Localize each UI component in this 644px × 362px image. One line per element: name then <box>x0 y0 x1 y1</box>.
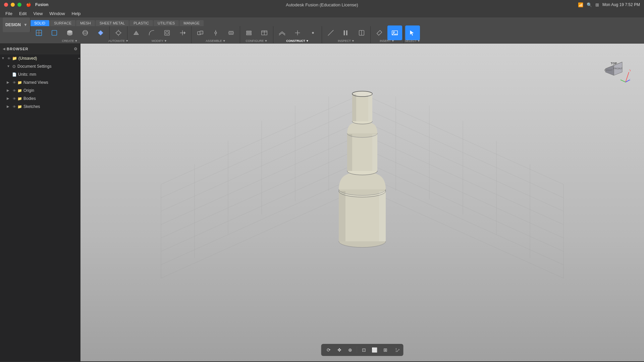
view-display-btn[interactable]: ⬜ <box>370 345 379 355</box>
construct-offset-plane-btn[interactable] <box>275 25 289 40</box>
tree-named-views[interactable]: ▶ 👁 📁 Named Views <box>0 78 80 86</box>
svg-rect-22 <box>247 31 252 32</box>
visibility-icon-bodies[interactable]: 👁 <box>13 97 16 101</box>
search-icon[interactable]: 🔍 <box>587 2 592 7</box>
fit-btn[interactable]: ⊡ <box>359 345 369 355</box>
menubar: File Edit View Window Help <box>0 9 644 17</box>
tree-doc-settings[interactable]: ▼ ⚙ Document Settings <box>0 62 80 70</box>
inspect-zebra-btn[interactable] <box>339 25 354 40</box>
inspect-measure-btn[interactable] <box>323 25 338 40</box>
svg-rect-79 <box>372 134 377 171</box>
svg-rect-80 <box>352 94 356 121</box>
clock: Mon Aug 19 7:52 PM <box>602 2 640 7</box>
section-inspect: INSPECT ▼ <box>322 26 371 43</box>
minimize-button[interactable] <box>11 3 15 7</box>
fullscreen-btn[interactable]: ⤢ <box>396 347 400 353</box>
tree-bodies[interactable]: ▶ 👁 📁 Bodies <box>0 95 80 103</box>
tree-units: 📄 Units: mm <box>0 70 80 78</box>
configure-table-btn[interactable] <box>257 25 272 40</box>
tree-unsaved[interactable]: ▼ 👁 📁 (Unsaved) + <box>0 54 80 62</box>
divider <box>357 347 357 353</box>
maximize-button[interactable] <box>17 3 21 7</box>
grid-display-btn[interactable]: ⊞ <box>381 345 390 355</box>
apple-menu[interactable]: 🍎 <box>26 2 31 7</box>
menu-view[interactable]: View <box>31 10 45 17</box>
section-select: SELECT ▼ <box>404 26 421 43</box>
folder-icon-origin: 📁 <box>17 88 22 93</box>
construct-point-btn[interactable] <box>306 25 320 40</box>
units-label: Units: mm <box>18 72 80 77</box>
folder-icon-bodies: 📁 <box>17 97 22 101</box>
close-button[interactable] <box>4 3 8 7</box>
svg-text:Y: Y <box>629 69 631 72</box>
viewcube[interactable]: Y X TOP FRONT RIGHT <box>604 57 631 84</box>
automate-btn[interactable] <box>111 25 126 40</box>
modify-label: MODIFY ▼ <box>127 39 191 43</box>
window-title: Autodesk Fusion (Education License) <box>286 2 358 7</box>
design-toggle[interactable]: DESIGN ▼ <box>3 17 31 32</box>
menu-edit[interactable]: Edit <box>16 10 29 17</box>
svg-text:TOP: TOP <box>611 62 617 65</box>
svg-rect-67 <box>339 191 386 241</box>
app-name[interactable]: Fusion <box>35 2 48 7</box>
design-label: DESIGN <box>5 22 21 27</box>
assemble-new-component-btn[interactable] <box>193 25 208 40</box>
create-more-btn[interactable] <box>93 25 108 40</box>
visibility-icon-origin[interactable]: 👁 <box>13 89 16 93</box>
select-btn[interactable] <box>405 25 420 40</box>
modify-fillet-btn[interactable] <box>144 25 159 40</box>
modify-scale-btn[interactable] <box>175 25 190 40</box>
menu-help[interactable]: Help <box>69 10 84 17</box>
insert-image-btn[interactable] <box>387 25 402 40</box>
section-construct: CONSTRUCT ▼ <box>273 26 322 43</box>
control-center-icon[interactable]: ⊞ <box>595 2 599 7</box>
svg-rect-3 <box>52 30 57 35</box>
zoom-btn[interactable]: ⊕ <box>345 345 355 355</box>
folder-icon-named-views: 📁 <box>17 80 22 85</box>
visibility-icon-sketches[interactable]: 👁 <box>13 105 16 109</box>
section-assemble: ASSEMBLE ▼ <box>192 26 240 43</box>
menu-file[interactable]: File <box>3 10 15 17</box>
modify-shell-btn[interactable] <box>160 25 174 40</box>
configure-parameters-btn[interactable] <box>241 25 256 40</box>
bodies-label: Bodies <box>23 96 80 101</box>
bottom-viewport-toolbar: ⟳ ✥ ⊕ ⊡ ⬜ ⊞ ⋮ ⤢ <box>321 344 404 356</box>
menu-window[interactable]: Window <box>47 10 67 17</box>
add-icon[interactable]: + <box>78 56 80 60</box>
inspect-section-btn[interactable] <box>354 25 369 40</box>
visibility-icon-named-views[interactable]: 👁 <box>13 81 16 84</box>
titlebar: 🍎 Fusion Autodesk Fusion (Education Lice… <box>0 0 644 9</box>
sidebar-collapse-btn[interactable]: ◀ <box>3 47 5 51</box>
svg-rect-11 <box>165 30 170 35</box>
create-form-btn[interactable] <box>47 25 62 40</box>
create-sketch-btn[interactable] <box>32 25 46 40</box>
tree-sketches[interactable]: ▶ 👁 📁 Sketches <box>0 103 80 111</box>
svg-point-9 <box>117 31 120 35</box>
section-insert: INSERT ▼ <box>371 26 404 43</box>
pan-btn[interactable]: ✥ <box>335 345 344 355</box>
section-create: CREATE ▼ <box>30 26 110 43</box>
tree-arrow-doc: ▼ <box>7 64 11 68</box>
configure-label: CONFIGURE ▼ <box>240 39 273 43</box>
assemble-more-btn[interactable] <box>224 25 238 40</box>
insert-label: INSERT ▼ <box>371 39 404 43</box>
sketches-label: Sketches <box>23 104 80 109</box>
construct-axis-btn[interactable] <box>290 25 305 40</box>
assemble-joint-btn[interactable] <box>208 25 223 40</box>
toolbar-tabs: DESIGN ▼ SOLID SURFACE MESH SHEET METAL … <box>0 17 644 26</box>
visibility-icon-unsaved[interactable]: 👁 <box>7 57 11 60</box>
right-icons: 📶 🔍 ⊞ Mon Aug 19 7:52 PM <box>578 2 640 7</box>
automate-label: AUTOMATE ▼ <box>110 39 127 43</box>
tree-arrow-named-views: ▶ <box>7 80 11 84</box>
browser-settings-icon[interactable]: ⚙ <box>74 47 77 51</box>
orbit-btn[interactable]: ⟳ <box>324 345 333 355</box>
create-extrude-btn[interactable] <box>62 25 77 40</box>
modify-press-pull-btn[interactable] <box>129 25 144 40</box>
tree-arrow-origin: ▶ <box>7 88 11 93</box>
create-sphere-btn[interactable] <box>78 25 93 40</box>
svg-text:RIGHT: RIGHT <box>604 69 613 72</box>
viewport[interactable]: Y X TOP FRONT RIGHT ⟳ ✥ ⊕ <box>80 44 644 361</box>
tree-origin[interactable]: ▶ 👁 📁 Origin <box>0 86 80 95</box>
insert-decal-btn[interactable] <box>372 25 387 40</box>
units-icon: 📄 <box>12 72 17 77</box>
